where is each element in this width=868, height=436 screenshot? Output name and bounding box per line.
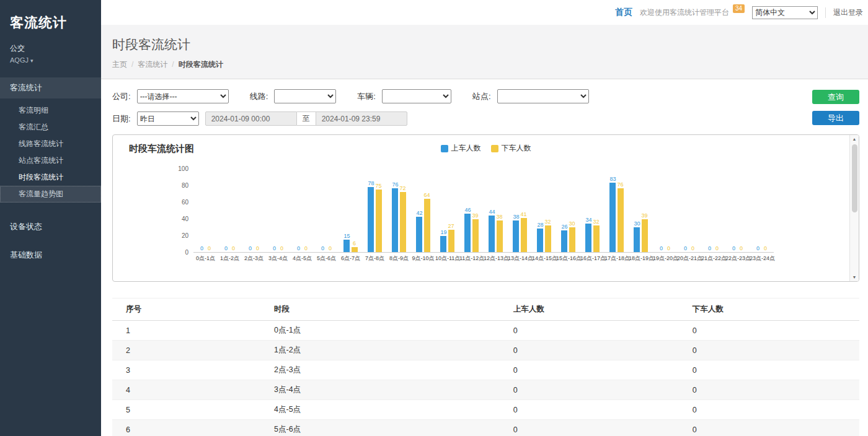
query-button[interactable]: 查询	[812, 90, 859, 104]
sidebar-item-base-data[interactable]: 基础数据	[0, 245, 101, 266]
table-cell: 0	[508, 420, 688, 436]
x-axis-label: 7点-8点	[363, 255, 387, 263]
x-axis-label: 5点-6点	[314, 255, 339, 263]
topbar: 首页 欢迎使用客流统计管理平台 34 简体中文 退出登录	[101, 0, 868, 25]
logout-link[interactable]: 退出登录	[825, 7, 863, 18]
home-link[interactable]: 首页	[615, 7, 632, 18]
table-row: 32点-3点00	[112, 360, 859, 380]
bar	[368, 187, 374, 252]
date-preset-select[interactable]: 昨日	[137, 111, 199, 126]
bar-value-label: 27	[448, 223, 454, 230]
chart-scrollbar[interactable]: ▲ ▼	[849, 135, 859, 281]
bar	[545, 225, 551, 252]
bar-group: 4264	[411, 192, 435, 252]
table-row: 21点-2点00	[112, 341, 859, 360]
legend-label: 下车人数	[502, 143, 531, 154]
table-cell: 2点-3点	[269, 360, 508, 380]
bar-group: 7875	[363, 180, 387, 252]
table-cell: 0	[688, 360, 859, 380]
sidebar-subitem[interactable]: 客流量趋势图	[0, 186, 101, 203]
bar-group: 00	[218, 245, 242, 252]
bar-value-label: 30	[569, 220, 575, 227]
station-label: 站点:	[472, 91, 491, 102]
language-select[interactable]: 简体中文	[752, 6, 818, 19]
company-label: 公司:	[112, 91, 131, 102]
bar-value-label: 19	[440, 229, 446, 236]
table-cell: 4	[112, 380, 269, 400]
line-select[interactable]	[274, 89, 336, 103]
bar-value-label: 0	[256, 245, 259, 252]
x-axis-label: 2点-3点	[242, 255, 266, 263]
vehicle-select[interactable]	[382, 89, 451, 103]
bar	[424, 199, 430, 252]
bar	[392, 188, 398, 252]
sidebar-subitem[interactable]: 客流汇总	[0, 119, 101, 136]
bar	[561, 230, 567, 252]
bar	[569, 227, 575, 253]
filter-buttons: 查询 导出	[812, 90, 859, 125]
bar-value-label: 44	[489, 209, 495, 216]
breadcrumb-link[interactable]: 主页	[112, 60, 127, 69]
bar	[343, 240, 350, 252]
table-cell: 0	[508, 321, 688, 341]
x-axis-label: 0点-1点	[193, 255, 218, 263]
bar-value-label: 30	[634, 220, 640, 227]
company-select[interactable]: ---请选择---	[137, 89, 229, 103]
y-axis-tick: 20	[165, 232, 188, 239]
x-axis-label: 19点-20点	[653, 255, 677, 263]
table-cell: 0	[508, 400, 688, 420]
scroll-up-icon[interactable]: ▲	[852, 135, 857, 143]
app-root: 客流统计 公交 AQGJ▾ 客流统计 客流明细客流汇总线路客流统计站点客流统计时…	[0, 0, 868, 436]
table-cell: 1点-2点	[269, 341, 508, 360]
scroll-down-icon[interactable]: ▼	[852, 273, 857, 281]
sidebar-subitem[interactable]: 站点客流统计	[0, 152, 101, 169]
bar	[521, 218, 527, 252]
table-row: 65点-6点00	[112, 420, 859, 436]
bar-value-label: 32	[545, 219, 551, 225]
station-select[interactable]	[497, 89, 589, 103]
bar	[618, 188, 624, 252]
export-button[interactable]: 导出	[812, 111, 859, 125]
bar-value-label: 0	[708, 245, 711, 252]
sidebar-subitem[interactable]: 时段客流统计	[0, 169, 101, 186]
x-axis-label: 9点-10点	[411, 255, 435, 263]
bar-value-label: 0	[732, 245, 735, 252]
sidebar-item-passenger-stats[interactable]: 客流统计	[0, 77, 101, 98]
bar-value-label: 0	[224, 245, 228, 252]
sidebar-subitem[interactable]: 线路客流统计	[0, 136, 101, 152]
legend-item-boarding[interactable]: 上车人数	[441, 143, 481, 154]
sidebar-item-device-status[interactable]: 设备状态	[0, 216, 101, 237]
x-axis-label: 17点-18点	[604, 255, 629, 263]
date-from-input[interactable]	[205, 111, 297, 126]
bar-group: 3432	[580, 217, 604, 252]
bar-group: 1927	[435, 223, 459, 252]
bar-group: 00	[750, 245, 774, 252]
sidebar-subitem[interactable]: 客流明细	[0, 102, 101, 119]
scrollbar-thumb[interactable]	[852, 144, 857, 212]
main-area: 首页 欢迎使用客流统计管理平台 34 简体中文 退出登录 时段客流统计 主页/客…	[101, 0, 868, 436]
table-cell: 0	[688, 380, 859, 400]
table-cell: 0	[688, 341, 859, 360]
legend-item-alighting[interactable]: 下车人数	[491, 143, 531, 154]
bar	[416, 217, 422, 252]
bar-value-label: 0	[329, 245, 332, 252]
bar-group: 3039	[629, 212, 653, 252]
bar-value-label: 28	[537, 222, 543, 229]
y-axis-tick: 60	[165, 199, 188, 206]
table-cell: 1	[112, 321, 269, 341]
user-dropdown[interactable]: AQGJ▾	[0, 54, 101, 64]
bar-value-label: 39	[472, 212, 479, 219]
bar-value-label: 72	[400, 185, 406, 192]
app-logo: 客流统计	[0, 0, 101, 32]
bar-value-label: 0	[232, 245, 235, 252]
bar-group: 8376	[604, 176, 629, 252]
breadcrumb-link[interactable]: 客流统计	[138, 60, 167, 69]
x-axis-label: 20点-21点	[677, 255, 701, 263]
bar-value-label: 41	[521, 211, 527, 218]
bar-value-label: 0	[715, 245, 719, 252]
chart-x-labels: 0点-1点1点-2点2点-3点3点-4点4点-5点5点-6点6点-7点7点-8点…	[193, 255, 774, 263]
table-cell: 0	[688, 400, 859, 420]
date-to-input[interactable]	[316, 111, 407, 126]
bar-value-label: 15	[343, 233, 350, 240]
bar-group: 156	[339, 233, 363, 252]
